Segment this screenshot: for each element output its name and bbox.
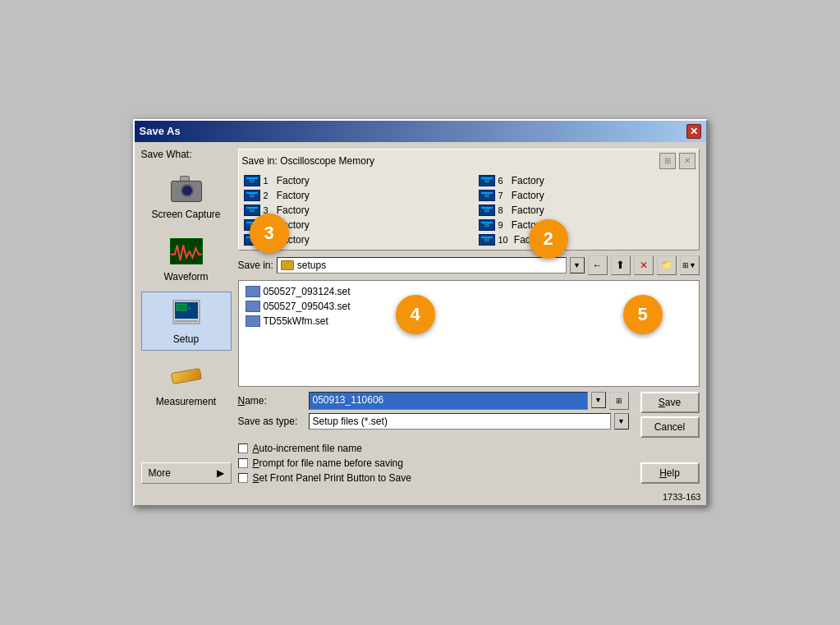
osc-memory-header: Save in: Oscilloscope Memory ⊞ ✕ (242, 153, 695, 169)
cancel-button[interactable]: Cancel (640, 416, 700, 438)
osc-file-icon: ⊟ (244, 175, 260, 186)
setup-label: Setup (173, 333, 199, 345)
save-button[interactable]: Save (640, 392, 700, 413)
camera-icon (167, 172, 206, 205)
file-list-area: 050527_093124.set 050527_095043.set TD55… (238, 280, 700, 387)
folder-icon (281, 260, 294, 270)
toolbar-up-btn[interactable]: ⬆ (611, 255, 631, 275)
set-file-icon (246, 286, 260, 297)
toolbar-delete-btn[interactable]: ✕ (634, 255, 654, 275)
prompt-filename-checkbox[interactable] (238, 458, 248, 468)
set-file-icon (246, 301, 260, 312)
toolbar-new-folder-btn[interactable]: 📁 (657, 255, 677, 275)
osc-grid-view-btn[interactable]: ⊞ (659, 153, 676, 169)
save-as-type-label: Save as type: (238, 416, 304, 427)
callout-badge-3: 2 (529, 219, 568, 259)
save-what-label: Save What: (141, 149, 232, 160)
list-item[interactable]: ⊟ 9 Factory (477, 218, 695, 232)
save-in-dropdown-arrow[interactable]: ▼ (570, 257, 585, 273)
osc-header-icons: ⊞ ✕ (659, 153, 695, 169)
osc-files-grid: ⊟ 1 Factory ⊟ 6 Factory ⊟ 2 (242, 174, 695, 246)
sidebar-item-screen-capture[interactable]: Screen Capture (141, 167, 232, 226)
waveform-label: Waveform (163, 271, 208, 283)
sidebar-item-measurement[interactable]: Measurement (141, 354, 232, 413)
svg-rect-5 (175, 320, 198, 322)
title-bar: Save As ✕ (135, 121, 706, 142)
list-item[interactable]: ⊟ 6 Factory (477, 174, 695, 187)
save-what-panel: Save What: Screen Capture (141, 149, 232, 484)
reference-number: 1733-163 (135, 490, 706, 505)
osc-memory-title: Save in: Oscilloscope Memory (242, 155, 374, 167)
waveform-icon (167, 235, 206, 268)
osc-memory-section: Save in: Oscilloscope Memory ⊞ ✕ ⊟ 1 Fac… (238, 149, 700, 250)
list-item[interactable]: 050527_093124.set (242, 284, 695, 299)
osc-file-icon: ⊟ (244, 205, 260, 216)
save-in-label: Save in: (238, 260, 273, 271)
callout-badge-2: 3 (250, 214, 289, 253)
dialog-title: Save As (140, 125, 181, 137)
checkbox-prompt-filename: Prompt for file name before saving (238, 457, 411, 469)
help-button[interactable]: Help (640, 462, 700, 484)
name-grid-btn[interactable]: ⊞ (609, 392, 629, 410)
save-as-type-dropdown-btn[interactable]: ▼ (614, 413, 629, 430)
front-panel-checkbox[interactable] (238, 473, 248, 483)
osc-file-icon: ⊟ (479, 190, 495, 201)
list-item[interactable]: ⊟ 2 Factory (242, 189, 461, 202)
list-item[interactable]: ⊟ 7 Factory (477, 189, 695, 202)
more-button[interactable]: More ▶ (141, 462, 232, 484)
name-input[interactable]: 050913_110606 (309, 392, 588, 410)
svg-text:+: + (188, 305, 191, 310)
set-file-icon (246, 315, 260, 327)
save-in-toolbar: Save in: setups ▼ ← ⬆ ✕ 📁 ⊞▼ (238, 255, 700, 275)
callout-badge-5: 5 (623, 295, 663, 334)
save-in-folder-name: setups (297, 260, 326, 271)
measurement-label: Measurement (156, 396, 216, 407)
list-item[interactable]: ⊟ 1 Factory (242, 174, 461, 187)
close-button[interactable]: ✕ (686, 124, 701, 139)
callout-badge-4: 4 (396, 295, 435, 334)
osc-file-icon: ⊟ (479, 175, 495, 186)
osc-file-icon: ⊟ (244, 190, 260, 201)
name-dropdown-btn[interactable]: ▼ (591, 392, 606, 408)
checkbox-front-panel: Set Front Panel Print Button to Save (238, 472, 411, 484)
osc-file-icon: ⊟ (479, 219, 495, 231)
setup-icon: + (167, 297, 206, 330)
list-item[interactable]: ⊟ 8 Factory (477, 204, 695, 217)
save-as-type-row: Save as type: Setup files (*.set) ▼ (238, 413, 629, 430)
osc-file-icon: ⊟ (479, 234, 495, 246)
name-label: Name: (238, 395, 304, 407)
save-in-dropdown[interactable]: setups (277, 257, 567, 273)
toolbar-back-btn[interactable]: ← (588, 255, 608, 275)
sidebar-item-setup[interactable]: + Setup (141, 292, 232, 351)
toolbar-views-btn[interactable]: ⊞▼ (680, 255, 700, 275)
save-as-type-input[interactable]: Setup files (*.set) (309, 413, 611, 430)
svg-rect-3 (177, 304, 186, 310)
action-buttons: Save Cancel (640, 392, 700, 438)
name-row: Name: 050913_110606 ▼ ⊞ (238, 392, 629, 410)
osc-close-btn[interactable]: ✕ (679, 153, 695, 169)
bottom-form: Name: 050913_110606 ▼ ⊞ (238, 392, 700, 484)
osc-file-icon: ⊟ (479, 205, 495, 216)
more-arrow-icon: ▶ (217, 467, 224, 479)
measurement-icon (167, 360, 206, 393)
auto-increment-checkbox[interactable] (238, 443, 248, 453)
screen-capture-label: Screen Capture (151, 209, 220, 220)
checkbox-auto-increment: Auto-increment file name (238, 443, 411, 454)
sidebar-item-waveform[interactable]: Waveform (141, 229, 232, 288)
list-item[interactable]: ⊟ 10 Factory (477, 233, 695, 246)
